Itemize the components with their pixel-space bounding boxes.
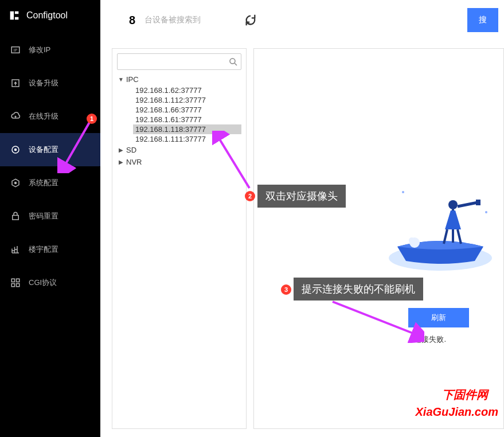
device-count: 8 — [129, 14, 135, 27]
tree-leaf[interactable]: 192.168.1.66:37777 — [133, 105, 241, 115]
sidebar-item-label: 在线升级 — [29, 111, 58, 122]
sidebar-item-building-config[interactable]: 楼宇配置 — [0, 233, 100, 266]
device-tree-panel: ▼ IPC 192.168.1.62:37777 192.168.1.112:3… — [112, 48, 247, 429]
tree-node-label: NVR — [125, 157, 143, 167]
svg-point-16 — [448, 200, 458, 209]
tree-node-nvr[interactable]: ▶ NVR — [117, 156, 241, 168]
logo: Configtool — [0, 0, 100, 33]
svg-rect-10 — [11, 284, 14, 287]
chevron-right-icon: ▶ — [117, 159, 125, 165]
system-config-icon — [10, 178, 21, 188]
svg-point-12 — [230, 58, 235, 64]
svg-rect-8 — [11, 279, 14, 282]
search-icon[interactable] — [228, 57, 239, 67]
chevron-down-icon: ▼ — [117, 76, 125, 83]
tree-node-sd[interactable]: ▶ SD — [117, 144, 241, 156]
svg-rect-7 — [13, 216, 19, 220]
svg-text:IP: IP — [14, 48, 18, 52]
annotation-badge-2: 2 — [245, 191, 255, 201]
tree-node-label: SD — [125, 145, 138, 155]
cgi-icon — [10, 278, 21, 288]
svg-rect-17 — [476, 200, 480, 205]
tree-node-ipc[interactable]: ▼ IPC — [117, 73, 241, 85]
password-reset-icon — [10, 211, 21, 221]
device-tree: ▼ IPC 192.168.1.62:37777 192.168.1.112:3… — [117, 73, 241, 168]
sidebar-item-modify-ip[interactable]: IP 修改IP — [0, 33, 100, 67]
tree-search-box — [117, 53, 241, 70]
sidebar-item-label: CGI协议 — [29, 278, 57, 288]
annotation-tip-3: 提示连接失败的不能刷机 — [294, 278, 423, 301]
building-icon — [10, 244, 21, 255]
sidebar-item-label: 密码重置 — [29, 211, 58, 221]
device-count-label: 台设备被搜索到 — [144, 15, 201, 25]
annotation-badge-3: 3 — [281, 284, 291, 295]
upgrade-icon — [10, 78, 21, 88]
watermark-line2: XiaGuJian.com — [416, 405, 499, 419]
connection-status: 连接失败. — [414, 334, 446, 345]
search-button[interactable]: 搜 — [467, 8, 498, 32]
sidebar-item-label: 设备升级 — [29, 78, 58, 88]
logo-icon — [8, 9, 21, 22]
tree-node-label: IPC — [125, 75, 140, 84]
tree-search-input[interactable] — [120, 55, 228, 68]
svg-point-18 — [402, 191, 404, 193]
sidebar-item-label: 设备配置 — [29, 145, 58, 155]
sidebar-item-device-config[interactable]: 设备配置 — [0, 133, 100, 166]
sidebar-item-cgi[interactable]: CGI协议 — [0, 266, 100, 299]
chevron-right-icon: ▶ — [117, 147, 125, 153]
svg-point-19 — [485, 211, 487, 213]
header: 8 台设备被搜索到 搜 — [100, 0, 504, 40]
svg-rect-11 — [17, 284, 19, 287]
sidebar-item-system-config[interactable]: 系统配置 — [0, 166, 100, 200]
online-upgrade-icon — [10, 111, 21, 122]
sidebar-item-password-reset[interactable]: 密码重置 — [0, 200, 100, 233]
app-name: Configtool — [26, 10, 68, 21]
tree-leaf[interactable]: 192.168.1.61:37777 — [133, 115, 241, 124]
refresh-button[interactable]: 刷新 — [408, 308, 469, 327]
sidebar: Configtool IP 修改IP 设备升级 在线升级 设备配置 — [0, 0, 100, 437]
annotation-tip-2: 双击对应摄像头 — [257, 185, 346, 208]
watermark-line1: 下固件网 — [442, 387, 488, 403]
annotation-badge-1: 1 — [87, 114, 97, 124]
boat-illustration — [383, 181, 498, 272]
detail-panel: 刷新 连接失败. — [253, 48, 504, 429]
svg-point-15 — [409, 237, 415, 243]
svg-point-4 — [14, 149, 17, 151]
svg-rect-9 — [17, 279, 19, 282]
sidebar-item-label: 楼宇配置 — [29, 244, 58, 255]
tree-leaf[interactable]: 192.168.1.111:37777 — [133, 134, 241, 144]
refresh-icon[interactable] — [244, 14, 257, 26]
svg-point-6 — [14, 182, 17, 185]
sidebar-item-label: 系统配置 — [29, 178, 58, 188]
tree-leaf[interactable]: 192.168.1.112:37777 — [133, 95, 241, 105]
ip-icon: IP — [10, 45, 21, 55]
sidebar-item-label: 修改IP — [29, 45, 50, 55]
device-config-icon — [10, 145, 21, 155]
sidebar-item-device-upgrade[interactable]: 设备升级 — [0, 67, 100, 100]
tree-leaf-selected[interactable]: 192.168.1.118:37777 — [133, 124, 241, 134]
tree-leaf[interactable]: 192.168.1.62:37777 — [133, 85, 241, 95]
sidebar-item-online-upgrade[interactable]: 在线升级 — [0, 100, 100, 133]
